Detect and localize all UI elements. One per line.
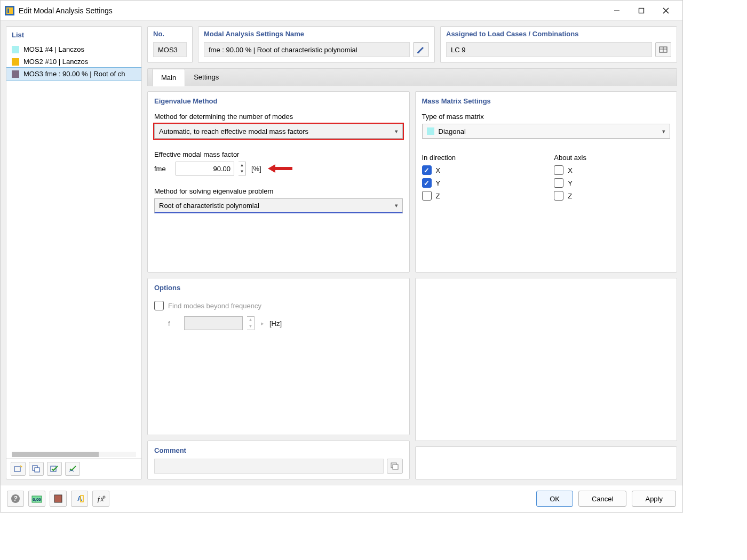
svg-rect-2	[7, 9, 9, 13]
find-modes-checkbox[interactable]	[154, 301, 164, 310]
factor-label: Effective modal mass factor	[154, 150, 403, 158]
edit-name-button[interactable]	[413, 42, 429, 57]
list-title: List	[6, 27, 141, 43]
copy-item-button[interactable]	[29, 462, 44, 476]
help-button[interactable]: ?	[7, 491, 24, 507]
solve-method-select[interactable]: Root of characteristic polynomial ▾	[154, 198, 403, 213]
minimize-button[interactable]	[605, 3, 629, 19]
svg-rect-10	[35, 468, 39, 472]
svg-rect-18	[393, 465, 398, 469]
list-item-label: MOS2 #10 | Lanczos	[23, 58, 88, 66]
modes-method-label: Method for determining the number of mod…	[154, 113, 403, 121]
ok-button[interactable]: OK	[536, 491, 573, 507]
mass-type-label: Type of mass matrix	[422, 113, 671, 121]
no-field: MOS3	[153, 42, 187, 57]
units-button[interactable]: 0,00	[28, 491, 45, 507]
svg-rect-12	[417, 52, 419, 53]
factor-spinner[interactable]: ▲▼	[239, 162, 246, 175]
check-list-button[interactable]	[47, 462, 62, 476]
close-button[interactable]	[654, 3, 678, 19]
color-swatch	[12, 70, 19, 78]
factor-unit: [%]	[251, 165, 261, 173]
app-icon	[5, 6, 14, 15]
horizontal-scrollbar[interactable]	[12, 452, 136, 457]
mass-title: Mass Matrix Settings	[422, 97, 671, 105]
eigenvalue-title: Eigenvalue Method	[154, 97, 403, 105]
empty-panel-1	[415, 278, 678, 441]
comment-library-button[interactable]	[387, 459, 403, 474]
chevron-down-icon: ▾	[395, 128, 398, 135]
direction-y-checkbox[interactable]: ✓	[422, 178, 432, 188]
list-item[interactable]: MOS2 #10 | Lanczos	[6, 55, 141, 68]
right-area: No. MOS3 Modal Analysis Settings Name fm…	[147, 26, 677, 479]
list-item[interactable]: MOS1 #4 | Lanczos	[6, 43, 141, 55]
frequency-symbol: f	[168, 319, 184, 327]
no-cell: No. MOS3	[147, 26, 193, 63]
options-title: Options	[154, 284, 403, 292]
svg-text:A: A	[77, 495, 82, 502]
empty-panel-2	[415, 446, 678, 479]
list-toolbar	[6, 458, 141, 479]
frequency-menu-icon: ▸	[261, 320, 264, 327]
direction-heading: In direction	[422, 154, 538, 162]
axis-x-checkbox[interactable]	[554, 165, 563, 175]
cancel-button[interactable]: Cancel	[578, 491, 626, 507]
assigned-label: Assigned to Load Cases / Combinations	[446, 30, 671, 38]
list-panel: List MOS1 #4 | Lanczos MOS2 #10 | Lanczo…	[6, 26, 142, 479]
frequency-input	[184, 316, 243, 330]
axis-z-checkbox[interactable]	[554, 191, 563, 201]
tab-main[interactable]: Main	[152, 69, 185, 86]
comment-section: Comment	[147, 441, 410, 479]
color-button[interactable]	[50, 491, 67, 507]
comment-field[interactable]	[154, 459, 384, 474]
find-modes-label: Find modes beyond frequency	[168, 302, 261, 310]
new-item-button[interactable]	[11, 462, 26, 476]
svg-rect-7	[14, 467, 20, 471]
list-item[interactable]: MOS3 fme : 90.00 % | Root of ch	[6, 68, 141, 80]
text-tool-button[interactable]: A	[71, 491, 88, 507]
factor-symbol: fme	[154, 165, 176, 173]
function-button[interactable]: ƒx	[92, 491, 109, 507]
maximize-button[interactable]	[629, 3, 654, 19]
frequency-unit: [Hz]	[269, 319, 282, 327]
bottom-bar: ? 0,00 A ƒx OK Cancel Apply	[1, 485, 682, 512]
assigned-browse-button[interactable]	[655, 42, 671, 57]
solve-method-value: Root of characteristic polynomial	[159, 202, 259, 210]
name-field[interactable]: fme : 90.00 % | Root of characteristic p…	[204, 42, 410, 57]
svg-text:0,00: 0,00	[33, 497, 41, 502]
svg-rect-1	[6, 7, 13, 14]
annotation-arrow-icon	[268, 163, 293, 174]
no-label: No.	[153, 30, 187, 38]
svg-text:?: ?	[13, 495, 18, 502]
mass-section: Mass Matrix Settings Type of mass matrix…	[415, 91, 678, 273]
window-title: Edit Modal Analysis Settings	[19, 6, 605, 15]
color-swatch	[427, 127, 434, 135]
chevron-down-icon: ▾	[662, 128, 665, 135]
list-body: MOS1 #4 | Lanczos MOS2 #10 | Lanczos MOS…	[6, 43, 141, 449]
chevron-down-icon: ▾	[395, 202, 398, 209]
list-item-label: MOS3 fme : 90.00 % | Root of ch	[23, 70, 125, 78]
axis-y-checkbox[interactable]	[554, 178, 563, 188]
assigned-cell: Assigned to Load Cases / Combinations LC…	[440, 26, 677, 63]
list-item-label: MOS1 #4 | Lanczos	[23, 45, 84, 53]
refresh-check-button[interactable]	[65, 462, 80, 476]
factor-input[interactable]: 90.00	[176, 162, 234, 175]
modes-method-value: Automatic, to reach effective modal mass…	[159, 127, 308, 135]
direction-z-checkbox[interactable]	[422, 191, 432, 201]
titlebar: Edit Modal Analysis Settings	[1, 1, 682, 21]
options-section: Options Find modes beyond frequency f ▲▼…	[147, 278, 410, 435]
axis-heading: About axis	[554, 154, 670, 162]
svg-rect-23	[54, 495, 62, 502]
mass-type-select[interactable]: Diagonal ▾	[422, 124, 671, 139]
svg-marker-16	[268, 164, 292, 173]
svg-rect-4	[639, 8, 644, 13]
assigned-field[interactable]: LC 9	[446, 42, 652, 57]
modes-method-select[interactable]: Automatic, to reach effective modal mass…	[154, 124, 403, 139]
mass-type-value: Diagonal	[439, 127, 466, 135]
direction-x-checkbox[interactable]: ✓	[422, 165, 432, 175]
eigenvalue-section: Eigenvalue Method Method for determining…	[147, 91, 410, 273]
tab-settings[interactable]: Settings	[185, 69, 227, 86]
apply-button[interactable]: Apply	[632, 491, 676, 507]
color-swatch	[12, 46, 19, 53]
name-label: Modal Analysis Settings Name	[204, 30, 429, 38]
